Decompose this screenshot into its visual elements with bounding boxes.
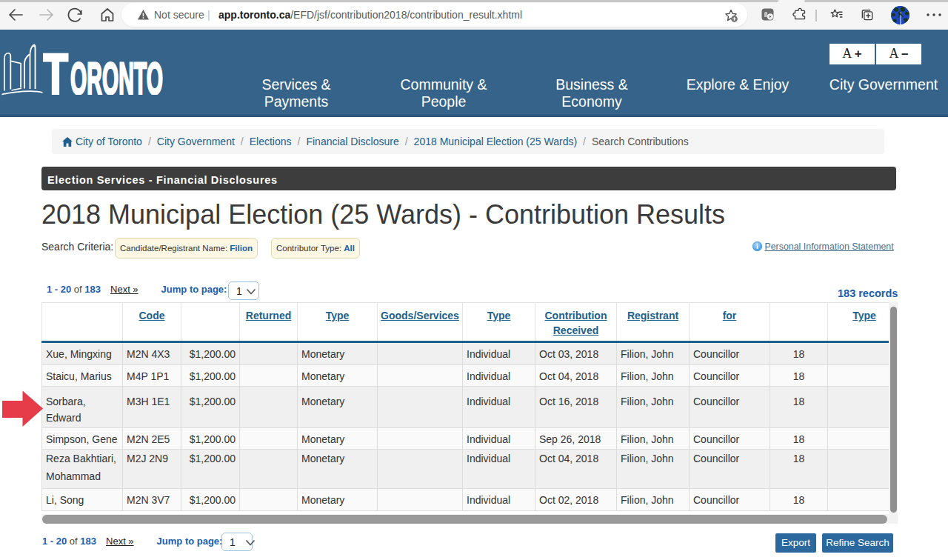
svg-text:ORONTO: ORONTO <box>70 53 163 96</box>
svg-text:T: T <box>43 52 68 95</box>
